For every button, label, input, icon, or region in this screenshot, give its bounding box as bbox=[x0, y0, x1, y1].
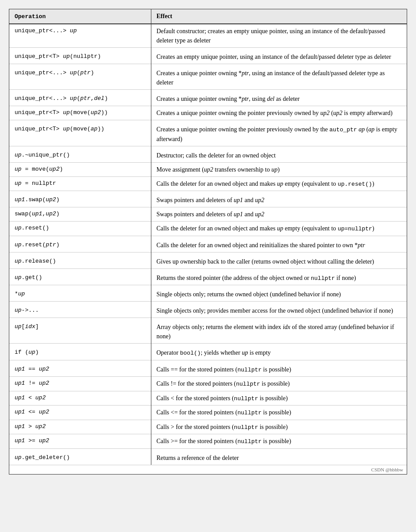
effect-cell: Calls the deleter for an owned object an… bbox=[151, 236, 407, 252]
effect-cell: Creates a unique pointer owning the poin… bbox=[151, 120, 407, 146]
effect-cell: Calls the deleter for an owned object an… bbox=[151, 176, 407, 191]
table-row: up[idx]Array objects only; returns the e… bbox=[9, 318, 407, 344]
effect-cell: Default constructor; creates an empty un… bbox=[151, 24, 407, 48]
effect-cell: Single objects only; returns the owned o… bbox=[151, 285, 407, 302]
effect-header: Effect bbox=[151, 9, 407, 24]
table-row: up = nullptrCalls the deleter for an own… bbox=[9, 176, 407, 191]
table-row: up->...Single objects only; provides mem… bbox=[9, 302, 407, 318]
effect-cell: Creates a unique pointer owning the poin… bbox=[151, 106, 407, 120]
effect-cell: Destructor; calls the deleter for an own… bbox=[151, 146, 407, 162]
table-row: up1.swap(up2)Swaps pointers and deleters… bbox=[9, 191, 407, 207]
effect-cell: Calls <= for the stored pointers (nullpt… bbox=[151, 406, 407, 420]
effect-cell: Calls the deleter for an owned object an… bbox=[151, 222, 407, 236]
effect-cell: Creates an empty unique pointer, using a… bbox=[151, 48, 407, 64]
operation-cell: up1 < up2 bbox=[9, 391, 151, 406]
operation-cell: *up bbox=[9, 285, 151, 302]
operation-cell: up1 >= up2 bbox=[9, 434, 151, 449]
reference-table: Operation Effect unique_ptr<...> upDefau… bbox=[9, 9, 407, 465]
table-row: up.get_deleter()Returns a reference of t… bbox=[9, 448, 407, 465]
operation-cell: up1 > up2 bbox=[9, 420, 151, 434]
table-row: up.release()Gives up ownership back to t… bbox=[9, 252, 407, 268]
table-row: up1 == up2Calls == for the stored pointe… bbox=[9, 360, 407, 377]
operation-cell: unique_ptr<...> up(ptr,del) bbox=[9, 90, 151, 106]
operation-cell: up[idx] bbox=[9, 318, 151, 344]
table-row: swap(up1,up2)Swaps pointers and deleters… bbox=[9, 207, 407, 222]
operation-cell: up.~unique_ptr() bbox=[9, 146, 151, 162]
table-row: unique_ptr<T> up(move(ap))Creates a uniq… bbox=[9, 120, 407, 146]
main-table-container: Operation Effect unique_ptr<...> upDefau… bbox=[9, 9, 407, 475]
table-row: unique_ptr<T> up(nullptr)Creates an empt… bbox=[9, 48, 407, 64]
effect-cell: Creates a unique pointer owning *ptr, us… bbox=[151, 90, 407, 106]
operation-cell: up1.swap(up2) bbox=[9, 191, 151, 207]
operation-cell: up.get_deleter() bbox=[9, 448, 151, 465]
operation-cell: unique_ptr<T> up(move(up2)) bbox=[9, 106, 151, 120]
effect-cell: Single objects only; provides member acc… bbox=[151, 302, 407, 318]
table-row: unique_ptr<T> up(move(up2))Creates a uni… bbox=[9, 106, 407, 120]
operation-cell: swap(up1,up2) bbox=[9, 207, 151, 222]
table-row: up1 <= up2Calls <= for the stored pointe… bbox=[9, 406, 407, 420]
table-row: up.~unique_ptr()Destructor; calls the de… bbox=[9, 146, 407, 162]
table-row: up = move(up2)Move assignment (up2 trans… bbox=[9, 162, 407, 176]
operation-cell: unique_ptr<T> up(move(ap)) bbox=[9, 120, 151, 146]
operation-cell: up1 <= up2 bbox=[9, 406, 151, 420]
effect-cell: Calls == for the stored pointers (nullpt… bbox=[151, 360, 407, 377]
table-row: *upSingle objects only; returns the owne… bbox=[9, 285, 407, 302]
effect-cell: Swaps pointers and deleters of up1 and u… bbox=[151, 191, 407, 207]
effect-cell: Returns the stored pointer (the address … bbox=[151, 268, 407, 285]
effect-cell: Calls >= for the stored pointers (nullpt… bbox=[151, 434, 407, 449]
effect-cell: Gives up ownership back to the caller (r… bbox=[151, 252, 407, 268]
operation-cell: up->... bbox=[9, 302, 151, 318]
table-row: unique_ptr<...> upDefault constructor; c… bbox=[9, 24, 407, 48]
operation-cell: unique_ptr<...> up bbox=[9, 24, 151, 48]
operation-cell: unique_ptr<...> up(ptr) bbox=[9, 64, 151, 90]
operation-cell: if (up) bbox=[9, 344, 151, 360]
operation-cell: up1 != up2 bbox=[9, 377, 151, 391]
operation-cell: up.get() bbox=[9, 268, 151, 285]
table-row: up.reset(ptr)Calls the deleter for an ow… bbox=[9, 236, 407, 252]
table-footer: CSDN @hbhbw bbox=[9, 465, 407, 474]
effect-cell: Creates a unique pointer owning *ptr, us… bbox=[151, 64, 407, 90]
table-row: up1 != up2Calls != for the stored pointe… bbox=[9, 377, 407, 391]
operation-cell: up.reset(ptr) bbox=[9, 236, 151, 252]
table-row: up.reset()Calls the deleter for an owned… bbox=[9, 222, 407, 236]
table-row: unique_ptr<...> up(ptr,del)Creates a uni… bbox=[9, 90, 407, 106]
table-row: up1 > up2Calls > for the stored pointers… bbox=[9, 420, 407, 434]
table-row: up.get()Returns the stored pointer (the … bbox=[9, 268, 407, 285]
effect-cell: Move assignment (up2 transfers ownership… bbox=[151, 162, 407, 176]
operation-cell: up = nullptr bbox=[9, 176, 151, 191]
effect-cell: Calls > for the stored pointers (nullptr… bbox=[151, 420, 407, 434]
effect-cell: Calls < for the stored pointers (nullptr… bbox=[151, 391, 407, 406]
effect-cell: Returns a reference of the deleter bbox=[151, 448, 407, 465]
operation-cell: up.release() bbox=[9, 252, 151, 268]
table-row: unique_ptr<...> up(ptr)Creates a unique … bbox=[9, 64, 407, 90]
operation-cell: up.reset() bbox=[9, 222, 151, 236]
effect-cell: Array objects only; returns the element … bbox=[151, 318, 407, 344]
operation-cell: unique_ptr<T> up(nullptr) bbox=[9, 48, 151, 64]
effect-cell: Calls != for the stored pointers (nullpt… bbox=[151, 377, 407, 391]
operation-cell: up1 == up2 bbox=[9, 360, 151, 377]
effect-cell: Swaps pointers and deleters of up1 and u… bbox=[151, 207, 407, 222]
table-row: up1 >= up2Calls >= for the stored pointe… bbox=[9, 434, 407, 449]
table-row: up1 < up2Calls < for the stored pointers… bbox=[9, 391, 407, 406]
operation-header: Operation bbox=[9, 9, 151, 24]
effect-cell: Operator bool(); yields whether up is em… bbox=[151, 344, 407, 360]
table-row: if (up)Operator bool(); yields whether u… bbox=[9, 344, 407, 360]
operation-cell: up = move(up2) bbox=[9, 162, 151, 176]
table-header-row: Operation Effect bbox=[9, 9, 407, 24]
